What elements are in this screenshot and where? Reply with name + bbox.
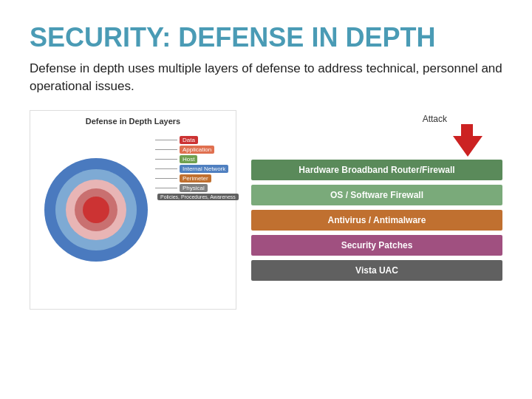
label-line (155, 159, 177, 160)
label-policies-box: Policies, Procedures, Awareness (157, 194, 239, 200)
attack-label: Attack (423, 114, 477, 124)
label-line (155, 168, 177, 169)
label-host-box: Host (180, 155, 197, 163)
layer-box-4: Vista UAC (251, 260, 502, 281)
layer-row-0: Hardware Broadband Router/Firewall (251, 160, 502, 180)
label-perimeter: Perimeter (155, 174, 229, 183)
layer-row-4: Vista UAC (251, 260, 502, 281)
circle-data (83, 197, 109, 223)
slide: SECURITY: DEFENSE IN DEPTH Defense in de… (0, 0, 532, 399)
label-app-box: Application (180, 146, 214, 154)
label-internal-box: Internal Network (180, 165, 228, 173)
right-diagram: Attack Hardware Broadband Router/Firewal… (251, 110, 502, 283)
label-policies: Policies, Procedures, Awareness (155, 194, 229, 200)
label-physical: Physical (155, 184, 229, 192)
arrow-shaft (461, 124, 473, 136)
label-internal: Internal Network (155, 165, 229, 173)
left-diagram: Defense in Depth Layers Data (30, 110, 236, 310)
label-host: Host (155, 155, 229, 163)
attack-section: Attack (251, 114, 502, 157)
label-physical-box: Physical (180, 184, 208, 192)
layer-box-2: Antivirus / Antimalware (251, 210, 502, 231)
label-line (155, 140, 177, 140)
label-perimeter-box: Perimeter (180, 174, 211, 183)
layer-box-0: Hardware Broadband Router/Firewall (251, 160, 502, 180)
circle-labels: Data Application Host Internal Network (155, 136, 229, 200)
label-line (155, 149, 177, 150)
label-app: Application (155, 146, 229, 154)
label-line (155, 178, 177, 179)
label-line (155, 188, 177, 188)
layer-row-3: Security Patches (251, 235, 502, 256)
diagrams-row: Defense in Depth Layers Data (30, 110, 502, 310)
slide-title: SECURITY: DEFENSE IN DEPTH (30, 22, 502, 52)
circle-area (44, 129, 148, 291)
layer-row-2: Antivirus / Antimalware (251, 210, 502, 231)
label-data-box: Data (180, 136, 198, 144)
layer-box-3: Security Patches (251, 235, 502, 256)
circles-container: Data Application Host Internal Network (37, 129, 229, 299)
layers-container: Hardware Broadband Router/FirewallOS / S… (251, 160, 502, 283)
layer-row-1: OS / Software Firewall (251, 185, 502, 205)
left-diagram-title: Defense in Depth Layers (86, 117, 180, 126)
arrow-triangle (453, 136, 482, 157)
layer-box-1: OS / Software Firewall (251, 185, 502, 205)
label-data: Data (155, 136, 229, 144)
slide-subtitle: Defense in depth uses multiple layers of… (30, 60, 502, 95)
